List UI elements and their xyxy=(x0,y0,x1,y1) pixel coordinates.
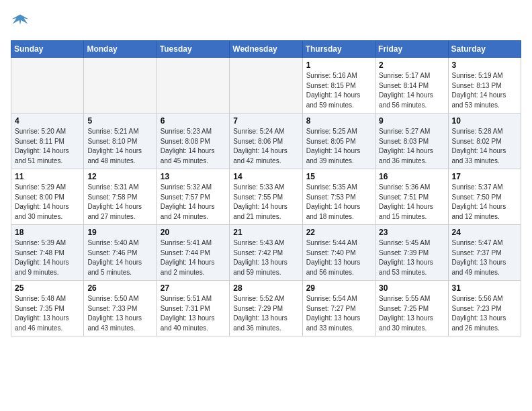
day-number: 28 xyxy=(233,283,298,293)
calendar-day: 1Sunrise: 5:16 AM Sunset: 8:15 PM Daylig… xyxy=(302,58,375,113)
calendar-day: 16Sunrise: 5:36 AM Sunset: 7:51 PM Dayli… xyxy=(375,169,448,225)
calendar-day: 7Sunrise: 5:24 AM Sunset: 8:06 PM Daylig… xyxy=(230,113,302,169)
day-info: Sunrise: 5:25 AM Sunset: 8:05 PM Dayligh… xyxy=(306,127,371,166)
calendar-empty-day xyxy=(230,58,302,113)
calendar-empty-day xyxy=(11,58,84,113)
day-number: 19 xyxy=(87,228,152,237)
calendar-day: 17Sunrise: 5:37 AM Sunset: 7:50 PM Dayli… xyxy=(448,169,521,225)
day-info: Sunrise: 5:36 AM Sunset: 7:51 PM Dayligh… xyxy=(379,183,444,222)
day-info: Sunrise: 5:56 AM Sunset: 7:23 PM Dayligh… xyxy=(452,294,517,333)
day-info: Sunrise: 5:52 AM Sunset: 7:29 PM Dayligh… xyxy=(233,294,298,333)
weekday-header: Friday xyxy=(375,41,448,58)
day-info: Sunrise: 5:24 AM Sunset: 8:06 PM Dayligh… xyxy=(233,127,298,166)
calendar: SundayMondayTuesdayWednesdayThursdayFrid… xyxy=(11,40,521,336)
calendar-day: 31Sunrise: 5:56 AM Sunset: 7:23 PM Dayli… xyxy=(448,281,521,336)
weekday-header: Monday xyxy=(84,41,157,58)
day-info: Sunrise: 5:48 AM Sunset: 7:35 PM Dayligh… xyxy=(15,294,80,333)
day-info: Sunrise: 5:23 AM Sunset: 8:08 PM Dayligh… xyxy=(161,127,226,166)
day-number: 5 xyxy=(87,116,152,126)
day-info: Sunrise: 5:55 AM Sunset: 7:25 PM Dayligh… xyxy=(379,294,444,333)
day-number: 12 xyxy=(87,172,152,181)
day-info: Sunrise: 5:21 AM Sunset: 8:10 PM Dayligh… xyxy=(87,127,152,166)
day-info: Sunrise: 5:31 AM Sunset: 7:58 PM Dayligh… xyxy=(87,183,152,222)
day-info: Sunrise: 5:19 AM Sunset: 8:13 PM Dayligh… xyxy=(452,71,517,110)
day-info: Sunrise: 5:20 AM Sunset: 8:11 PM Dayligh… xyxy=(15,127,80,166)
day-number: 17 xyxy=(452,172,517,181)
calendar-day: 24Sunrise: 5:47 AM Sunset: 7:37 PM Dayli… xyxy=(448,225,521,281)
day-number: 18 xyxy=(15,228,80,237)
day-number: 14 xyxy=(233,172,298,181)
day-info: Sunrise: 5:39 AM Sunset: 7:48 PM Dayligh… xyxy=(15,238,80,277)
calendar-day: 2Sunrise: 5:17 AM Sunset: 8:14 PM Daylig… xyxy=(375,58,448,113)
calendar-day: 4Sunrise: 5:20 AM Sunset: 8:11 PM Daylig… xyxy=(11,113,84,169)
calendar-day: 6Sunrise: 5:23 AM Sunset: 8:08 PM Daylig… xyxy=(157,113,229,169)
calendar-empty-day xyxy=(84,58,157,113)
day-info: Sunrise: 5:37 AM Sunset: 7:50 PM Dayligh… xyxy=(452,183,517,222)
day-number: 10 xyxy=(452,116,517,126)
weekday-header: Thursday xyxy=(302,41,375,58)
calendar-week-row: 1Sunrise: 5:16 AM Sunset: 8:15 PM Daylig… xyxy=(11,58,521,113)
day-number: 2 xyxy=(379,60,444,70)
day-number: 26 xyxy=(87,283,152,293)
calendar-empty-day xyxy=(157,58,229,113)
weekday-header: Wednesday xyxy=(230,41,302,58)
svg-marker-0 xyxy=(11,15,28,25)
day-info: Sunrise: 5:54 AM Sunset: 7:27 PM Dayligh… xyxy=(306,294,371,333)
day-info: Sunrise: 5:17 AM Sunset: 8:14 PM Dayligh… xyxy=(379,71,444,110)
day-number: 3 xyxy=(452,60,517,70)
day-number: 7 xyxy=(233,116,298,126)
calendar-day: 15Sunrise: 5:35 AM Sunset: 7:53 PM Dayli… xyxy=(302,169,375,225)
day-info: Sunrise: 5:44 AM Sunset: 7:40 PM Dayligh… xyxy=(306,238,371,277)
day-number: 4 xyxy=(15,116,80,126)
day-number: 24 xyxy=(452,228,517,237)
day-number: 20 xyxy=(161,228,226,237)
calendar-week-row: 25Sunrise: 5:48 AM Sunset: 7:35 PM Dayli… xyxy=(11,281,521,336)
calendar-day: 12Sunrise: 5:31 AM Sunset: 7:58 PM Dayli… xyxy=(84,169,157,225)
day-info: Sunrise: 5:29 AM Sunset: 8:00 PM Dayligh… xyxy=(15,183,80,222)
day-info: Sunrise: 5:47 AM Sunset: 7:37 PM Dayligh… xyxy=(452,238,517,277)
calendar-day: 8Sunrise: 5:25 AM Sunset: 8:05 PM Daylig… xyxy=(302,113,375,169)
calendar-week-row: 4Sunrise: 5:20 AM Sunset: 8:11 PM Daylig… xyxy=(11,113,521,169)
calendar-day: 14Sunrise: 5:33 AM Sunset: 7:55 PM Dayli… xyxy=(230,169,302,225)
weekday-header: Sunday xyxy=(11,41,84,58)
day-info: Sunrise: 5:35 AM Sunset: 7:53 PM Dayligh… xyxy=(306,183,371,222)
day-info: Sunrise: 5:43 AM Sunset: 7:42 PM Dayligh… xyxy=(233,238,298,277)
calendar-day: 9Sunrise: 5:27 AM Sunset: 8:03 PM Daylig… xyxy=(375,113,448,169)
calendar-week-row: 11Sunrise: 5:29 AM Sunset: 8:00 PM Dayli… xyxy=(11,169,521,225)
day-number: 16 xyxy=(379,172,444,181)
day-info: Sunrise: 5:16 AM Sunset: 8:15 PM Dayligh… xyxy=(306,71,371,110)
day-number: 6 xyxy=(161,116,226,126)
day-info: Sunrise: 5:51 AM Sunset: 7:31 PM Dayligh… xyxy=(161,294,226,333)
day-number: 15 xyxy=(306,172,371,181)
calendar-day: 5Sunrise: 5:21 AM Sunset: 8:10 PM Daylig… xyxy=(84,113,157,169)
logo-bird-icon xyxy=(11,11,30,30)
logo xyxy=(11,11,32,32)
day-number: 30 xyxy=(379,283,444,293)
day-info: Sunrise: 5:50 AM Sunset: 7:33 PM Dayligh… xyxy=(87,294,152,333)
weekday-header: Tuesday xyxy=(157,41,229,58)
calendar-day: 10Sunrise: 5:28 AM Sunset: 8:02 PM Dayli… xyxy=(448,113,521,169)
calendar-day: 3Sunrise: 5:19 AM Sunset: 8:13 PM Daylig… xyxy=(448,58,521,113)
day-number: 8 xyxy=(306,116,371,126)
day-info: Sunrise: 5:41 AM Sunset: 7:44 PM Dayligh… xyxy=(161,238,226,277)
calendar-day: 25Sunrise: 5:48 AM Sunset: 7:35 PM Dayli… xyxy=(11,281,84,336)
calendar-header-row: SundayMondayTuesdayWednesdayThursdayFrid… xyxy=(11,41,521,58)
calendar-day: 29Sunrise: 5:54 AM Sunset: 7:27 PM Dayli… xyxy=(302,281,375,336)
day-info: Sunrise: 5:45 AM Sunset: 7:39 PM Dayligh… xyxy=(379,238,444,277)
day-number: 22 xyxy=(306,228,371,237)
day-info: Sunrise: 5:40 AM Sunset: 7:46 PM Dayligh… xyxy=(87,238,152,277)
day-info: Sunrise: 5:32 AM Sunset: 7:57 PM Dayligh… xyxy=(161,183,226,222)
calendar-day: 11Sunrise: 5:29 AM Sunset: 8:00 PM Dayli… xyxy=(11,169,84,225)
day-number: 9 xyxy=(379,116,444,126)
calendar-day: 22Sunrise: 5:44 AM Sunset: 7:40 PM Dayli… xyxy=(302,225,375,281)
day-info: Sunrise: 5:28 AM Sunset: 8:02 PM Dayligh… xyxy=(452,127,517,166)
day-number: 21 xyxy=(233,228,298,237)
calendar-day: 18Sunrise: 5:39 AM Sunset: 7:48 PM Dayli… xyxy=(11,225,84,281)
header xyxy=(11,11,521,32)
weekday-header: Saturday xyxy=(448,41,521,58)
day-number: 23 xyxy=(379,228,444,237)
day-number: 11 xyxy=(15,172,80,181)
calendar-day: 26Sunrise: 5:50 AM Sunset: 7:33 PM Dayli… xyxy=(84,281,157,336)
calendar-day: 23Sunrise: 5:45 AM Sunset: 7:39 PM Dayli… xyxy=(375,225,448,281)
calendar-day: 28Sunrise: 5:52 AM Sunset: 7:29 PM Dayli… xyxy=(230,281,302,336)
